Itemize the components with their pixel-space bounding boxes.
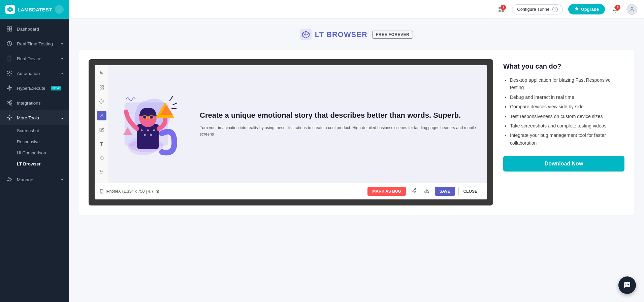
screenshot-label: Screenshot xyxy=(17,128,39,133)
svg-point-30 xyxy=(141,129,143,131)
svg-point-57 xyxy=(628,284,629,285)
lt-browser-logo: LT BROWSER xyxy=(300,29,367,40)
sidebar-label-manage: Manage xyxy=(17,177,33,182)
svg-point-11 xyxy=(9,117,10,119)
sidebar-header: LAMBDATEST ‹ xyxy=(0,0,69,19)
feature-item-4: Test responsiveness on custom device siz… xyxy=(510,113,624,120)
svg-rect-23 xyxy=(102,88,103,89)
text-tool-button[interactable]: T xyxy=(97,139,106,149)
illustration-body: Turn your imagination into reality by us… xyxy=(200,125,480,138)
layout-tool-button[interactable] xyxy=(97,83,106,92)
sidebar-label-more-tools: More Tools xyxy=(17,115,39,120)
sidebar-item-hyperexecute[interactable]: HyperExecute NEW xyxy=(0,81,69,96)
notification-badge: 5 xyxy=(615,5,620,10)
sidebar-item-real-device[interactable]: Real Device ▾ xyxy=(0,51,69,66)
grid-icon-button[interactable]: 1 xyxy=(496,4,507,15)
svg-rect-3 xyxy=(10,29,12,31)
upgrade-label: Upgrade xyxy=(581,7,599,12)
browser-bottom-bar: iPhoneX (1,334 x 750 | 4.7 in) MARK AS B… xyxy=(95,183,487,199)
free-forever-badge: FREE FOREVER xyxy=(372,31,413,39)
chat-bubble-button[interactable] xyxy=(618,276,636,294)
svg-point-31 xyxy=(144,134,146,136)
illustration-text: Create a unique emotional story that des… xyxy=(200,111,480,138)
svg-line-52 xyxy=(413,191,415,192)
svg-line-45 xyxy=(173,103,177,105)
sidebar-label-automation: Automation xyxy=(17,71,40,76)
sidebar-item-real-time-testing[interactable]: Real Time Testing ▾ xyxy=(0,36,69,51)
svg-rect-1 xyxy=(10,27,12,29)
svg-point-32 xyxy=(147,129,149,131)
svg-line-53 xyxy=(413,189,415,190)
svg-rect-2 xyxy=(7,29,9,31)
feature-item-5: Take screenshots and complete testing vi… xyxy=(510,122,624,129)
svg-point-55 xyxy=(625,284,626,285)
lt-browser-title: LT BROWSER xyxy=(315,30,367,39)
sidebar-item-dashboard[interactable]: Dashboard xyxy=(0,22,69,36)
save-button[interactable]: SAVE xyxy=(435,187,455,196)
device-info: iPhoneX (1,334 x 750 | 4.7 in) xyxy=(99,189,159,194)
browser-main-content: Create a unique emotional story that des… xyxy=(109,65,487,183)
cursor-tool-button[interactable] xyxy=(97,69,106,78)
sidebar-label-real-device: Real Device xyxy=(17,56,41,61)
sidebar-logo[interactable]: LAMBDATEST xyxy=(5,5,52,14)
bottom-download-button[interactable] xyxy=(422,187,431,196)
responsive-label: Responsive xyxy=(17,139,40,144)
svg-point-12 xyxy=(8,178,10,179)
illustration-area: Create a unique emotional story that des… xyxy=(109,65,487,183)
svg-point-6 xyxy=(9,60,10,61)
sidebar-item-manage[interactable]: Manage ▾ xyxy=(0,172,69,187)
sidebar-label-integrations: Integrations xyxy=(17,101,41,106)
illustration-figure xyxy=(116,84,190,164)
grid-badge: 1 xyxy=(501,5,506,10)
share-button[interactable] xyxy=(409,187,419,196)
sidebar-sub-responsive[interactable]: Responsive xyxy=(0,136,69,147)
close-button[interactable]: CLOSE xyxy=(458,187,482,196)
right-panel-heading: What you can do? xyxy=(503,63,624,70)
chevron-down-icon-auto: ▾ xyxy=(61,72,63,75)
ui-comparison-label: UI Comparison xyxy=(17,150,46,155)
svg-point-24 xyxy=(101,101,102,102)
content-area: LT BROWSER FREE FOREVER xyxy=(69,19,644,302)
svg-point-25 xyxy=(101,114,102,116)
question-mark-icon: ? xyxy=(552,7,558,12)
browser-left-toolbar: T xyxy=(95,65,109,183)
diamond-tool-button[interactable] xyxy=(97,153,106,163)
device-icon xyxy=(6,55,13,62)
configure-tunnel-label: Configure Tunnel xyxy=(517,7,550,12)
feature-item-1: Desktop application for blazing Fast Res… xyxy=(510,76,624,91)
svg-point-56 xyxy=(627,284,627,285)
feature-item-2: Debug and interact in real time xyxy=(510,93,624,101)
sidebar-item-automation[interactable]: Automation ▾ xyxy=(0,66,69,81)
svg-rect-20 xyxy=(100,86,101,87)
undo-tool-button[interactable] xyxy=(97,167,106,177)
configure-tunnel-button[interactable]: Configure Tunnel ? xyxy=(512,4,563,14)
feature-item-6: Integrate your bug management tool for f… xyxy=(510,131,624,147)
upgrade-button[interactable]: Upgrade xyxy=(568,4,605,14)
download-now-button[interactable]: Download Now xyxy=(503,156,624,172)
mark-as-bug-button[interactable]: MARK AS BUG xyxy=(367,187,406,196)
sidebar-item-more-tools[interactable]: More Tools ▴ xyxy=(0,110,69,125)
browser-mockup: T xyxy=(89,59,493,205)
svg-point-7 xyxy=(9,73,10,74)
svg-point-34 xyxy=(153,129,155,131)
manage-icon xyxy=(6,176,13,183)
svg-rect-10 xyxy=(10,104,12,105)
page-header: LT BROWSER FREE FOREVER xyxy=(79,29,634,40)
sidebar-sub-screenshot[interactable]: Screenshot xyxy=(0,125,69,136)
pencil-tool-button[interactable] xyxy=(97,125,106,135)
notification-bell-button[interactable]: 5 xyxy=(610,4,621,15)
automation-icon xyxy=(6,70,13,77)
settings-tool-button[interactable] xyxy=(97,97,106,106)
sidebar-sub-ui-comparison[interactable]: UI Comparison xyxy=(0,147,69,158)
browser-content-area: T xyxy=(95,65,487,183)
sidebar: LAMBDATEST ‹ Dashboard xyxy=(0,0,69,302)
svg-point-13 xyxy=(10,179,12,180)
new-badge: NEW xyxy=(51,86,61,90)
sidebar-collapse-button[interactable]: ‹ xyxy=(55,5,64,14)
user-avatar-button[interactable] xyxy=(626,4,637,15)
person-tool-button[interactable] xyxy=(97,111,106,120)
chevron-up-icon: ▴ xyxy=(61,116,63,120)
sidebar-sub-lt-browser[interactable]: LT Browser xyxy=(0,158,69,169)
sidebar-label-real-time: Real Time Testing xyxy=(17,41,53,46)
sidebar-item-integrations[interactable]: Integrations xyxy=(0,96,69,110)
